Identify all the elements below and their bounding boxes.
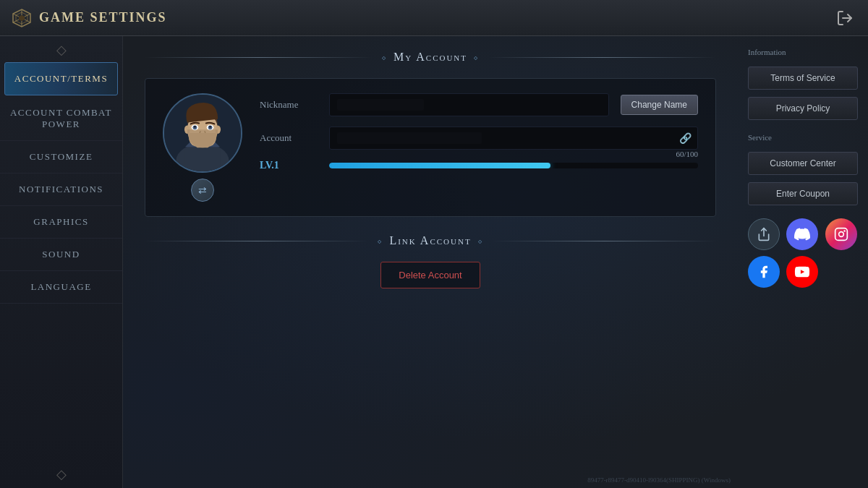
sidebar-item-customize[interactable]: Customize [0,141,122,174]
social-grid [748,218,858,288]
discord-button[interactable] [786,218,818,250]
sidebar-top-deco: ◇ [56,42,67,58]
sidebar-item-language[interactable]: Language [0,271,122,304]
level-label: LV.1 [260,160,318,171]
nickname-row: Nickname Change Name [260,93,698,116]
section-title-my-account: ⬦ My Account ⬦ [381,51,480,64]
avatar-area: ⇄ [163,93,242,202]
instagram-button[interactable] [825,218,857,250]
customer-center-button[interactable]: Customer Center [748,152,858,175]
section-line-left [145,57,373,58]
service-label: Service [748,133,858,142]
link-diamond-right-icon: ⬦ [477,236,484,247]
sidebar-item-account-terms[interactable]: Account/Terms [4,62,118,95]
account-redacted [337,132,482,144]
level-bar-fill [329,163,550,168]
diamond-right-icon: ⬦ [473,52,480,63]
share-button[interactable] [748,218,780,250]
right-panel: Information Terms of Service Privacy Pol… [738,36,868,488]
sidebar-bottom-deco: ◇ [56,466,67,482]
svg-point-26 [843,230,846,232]
main-content: ⬦ My Account ⬦ [123,36,738,488]
sidebar-item-graphics[interactable]: Graphics [0,206,122,239]
header-logo: Game Settings [12,8,167,28]
nickname-redacted [337,99,424,111]
main-layout: ◇ Account/Terms Account Combat Power Cus… [0,36,868,488]
account-box: ⇄ Nickname Change Name Account [145,78,716,217]
sidebar: ◇ Account/Terms Account Combat Power Cus… [0,36,123,488]
account-info: Nickname Change Name Account 🔗 [260,93,698,202]
sidebar-item-sound[interactable]: Sound [0,239,122,271]
header: Game Settings [0,0,868,36]
privacy-policy-button[interactable]: Privacy Policy [748,97,858,120]
change-name-button[interactable]: Change Name [621,95,698,115]
section-title-link-account: ⬦ Link Account ⬦ [377,234,483,247]
information-label: Information [748,48,858,56]
link-account-section: ⬦ Link Account ⬦ Delete Account [145,234,716,288]
svg-point-22 [209,126,211,128]
nickname-label: Nickname [260,99,318,111]
link-account-section-header: ⬦ Link Account ⬦ [145,234,716,247]
delete-account-button[interactable]: Delete Account [380,262,480,288]
facebook-button[interactable] [748,256,780,288]
diamond-left-icon: ⬦ [381,52,388,63]
section-line-right [488,57,716,58]
svg-point-21 [194,126,196,128]
svg-point-25 [838,232,843,237]
youtube-button[interactable] [786,256,818,288]
level-row: LV.1 60/100 [260,160,698,171]
game-logo-icon [12,8,32,28]
sidebar-item-combat-power[interactable]: Account Combat Power [0,97,122,141]
sidebar-item-notifications[interactable]: Notifications [0,174,122,206]
exit-button[interactable] [833,7,856,30]
account-label: Account [260,132,318,144]
account-value-box: 🔗 [329,127,698,150]
svg-marker-2 [19,15,25,21]
level-bar-container: 60/100 [329,163,698,168]
link-section-line-right [493,241,716,241]
avatar-frame [163,93,242,173]
account-row: Account 🔗 [260,127,698,150]
enter-coupon-button[interactable]: Enter Coupon [748,182,858,205]
svg-rect-12 [185,147,220,168]
link-section-line-left [145,241,368,241]
terms-of-service-button[interactable]: Terms of Service [748,67,858,90]
level-count: 60/100 [676,150,698,158]
level-bar-background [329,163,698,168]
link-icon: 🔗 [679,132,692,145]
version-text: 89477-r89477-d90410-l90364(SHIPPING) (Wi… [587,476,731,484]
svg-rect-24 [835,228,847,241]
switch-character-button[interactable]: ⇄ [191,179,214,202]
link-diamond-left-icon: ⬦ [377,236,383,247]
page-title: Game Settings [39,10,167,25]
nickname-value-box [329,93,609,116]
my-account-section-header: ⬦ My Account ⬦ [145,51,716,64]
